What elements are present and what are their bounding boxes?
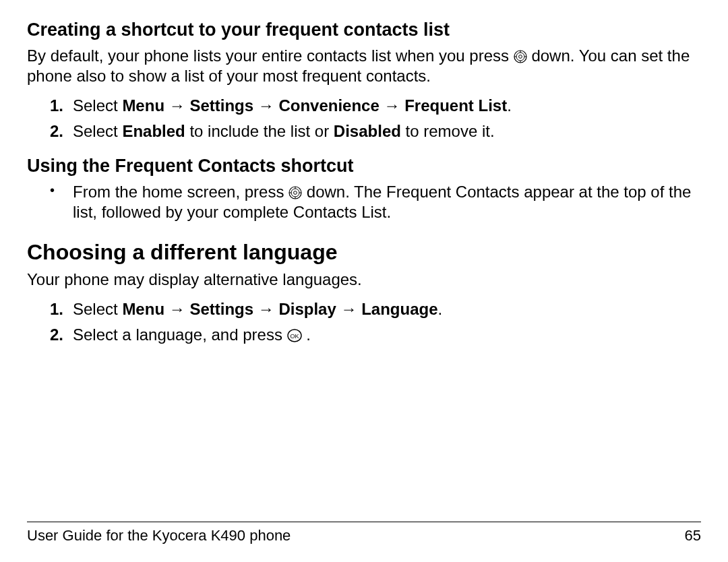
text: . [306, 325, 311, 344]
text: Select a language, and press [73, 325, 287, 344]
option-name: Enabled [122, 122, 185, 140]
svg-point-8 [291, 189, 299, 197]
footer-title: User Guide for the Kyocera K490 phone [27, 526, 291, 545]
text: By default, your phone lists your entire… [27, 46, 514, 65]
section-heading: Using the Frequent Contacts shortcut [27, 155, 701, 178]
step: Select Enabled to include the list or Di… [73, 121, 701, 142]
step: Select a language, and press OK . [73, 325, 701, 345]
step: Select Menu → Settings → Display → Langu… [73, 299, 701, 319]
text: . [437, 300, 442, 318]
text: Select [73, 96, 122, 115]
arrow-icon: → [336, 300, 361, 318]
text: From the home screen, press [73, 183, 289, 201]
nav-wheel-icon [289, 184, 302, 197]
page-footer: User Guide for the Kyocera K490 phone 65 [27, 522, 701, 545]
text: to include the list or [185, 122, 334, 140]
text: Select [73, 122, 122, 140]
svg-text:OK: OK [290, 332, 299, 339]
text: . [507, 96, 512, 115]
document-page: Creating a shortcut to your frequent con… [0, 0, 728, 562]
menu-path: Language [361, 300, 437, 318]
menu-path: Menu [122, 96, 164, 115]
ok-button-icon: OK [287, 327, 302, 342]
ordered-steps: Select Menu → Settings → Convenience → F… [27, 96, 701, 142]
arrow-icon: → [253, 96, 278, 115]
ordered-steps: Select Menu → Settings → Display → Langu… [27, 299, 701, 345]
svg-point-9 [294, 191, 297, 194]
menu-path: Settings [189, 96, 253, 115]
section-heading: Creating a shortcut to your frequent con… [27, 19, 701, 42]
menu-path: Menu [122, 300, 164, 318]
nav-wheel-icon [514, 48, 527, 61]
text: to remove it. [401, 122, 495, 140]
step: Select Menu → Settings → Convenience → F… [73, 96, 701, 116]
body-text: Your phone may display alternative langu… [27, 270, 701, 290]
svg-point-2 [518, 55, 522, 58]
menu-path: Convenience [278, 96, 379, 115]
arrow-icon: → [253, 300, 278, 318]
arrow-icon: → [164, 96, 189, 115]
body-text: By default, your phone lists your entire… [27, 46, 701, 86]
bullet-list: From the home screen, press down. The Fr… [27, 182, 701, 222]
menu-path: Display [278, 300, 336, 318]
list-item: From the home screen, press down. The Fr… [73, 182, 701, 222]
menu-path: Settings [189, 300, 253, 318]
menu-path: Frequent List [404, 96, 507, 115]
svg-point-1 [516, 53, 524, 61]
text: Select [73, 300, 122, 318]
page-number: 65 [685, 526, 701, 545]
option-name: Disabled [334, 122, 401, 140]
section-heading: Choosing a different language [27, 239, 701, 266]
arrow-icon: → [164, 300, 189, 318]
arrow-icon: → [380, 96, 404, 115]
